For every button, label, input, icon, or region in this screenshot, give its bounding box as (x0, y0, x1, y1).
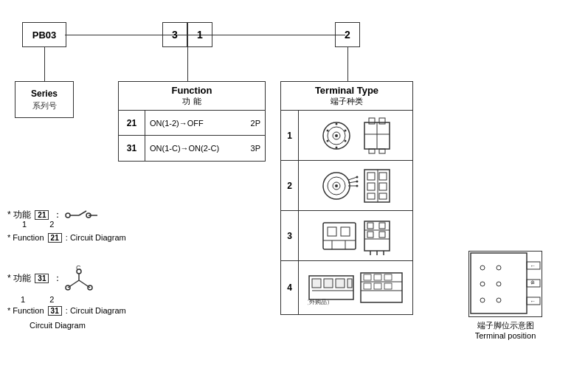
svg-text:C: C (76, 266, 81, 271)
model-code-label: PB03 (32, 30, 57, 41)
terminal-2-right-icon (363, 167, 391, 205)
svg-rect-63 (364, 283, 371, 289)
svg-rect-11 (369, 118, 375, 124)
svg-rect-41 (364, 221, 390, 251)
terminal-row-1: 1 (281, 111, 412, 161)
terminal-position-label-cn: 端子脚位示意图 (450, 320, 561, 331)
svg-point-24 (356, 176, 359, 178)
svg-text:←: ← (530, 263, 536, 269)
terminal-position-box: ← ← ← ⊕ (468, 251, 542, 317)
svg-rect-54 (336, 279, 345, 288)
terminal-position-label-en: Terminal position (450, 331, 561, 340)
badge-21-en: 21 (48, 233, 62, 243)
svg-point-80 (480, 266, 485, 270)
svg-rect-55 (347, 279, 352, 288)
function-row-21: 21 ON(1-2)→OFF 2P (119, 111, 265, 136)
terminal-type-box: Terminal Type 端子种类 1 (280, 81, 413, 315)
terminal-3-left-icon (320, 217, 359, 255)
svg-point-85 (497, 298, 501, 302)
svg-text:（外购品）: （外购品） (308, 299, 333, 305)
vert-line-31 (187, 47, 188, 81)
box-2-label: 2 (345, 29, 350, 41)
svg-rect-33 (379, 183, 387, 190)
svg-rect-34 (379, 193, 387, 199)
terminal-position-svg: ← ← ← ⊕ (469, 252, 543, 318)
svg-point-26 (356, 184, 359, 187)
svg-rect-12 (379, 118, 385, 124)
terminal-num-2: 2 (281, 161, 299, 210)
svg-point-4 (336, 122, 338, 125)
terminal-4-icon: （外购品） (308, 270, 404, 305)
svg-point-6 (345, 139, 347, 142)
terminal-img-1 (299, 111, 412, 160)
box-3: 3 (162, 22, 187, 47)
svg-rect-61 (374, 274, 381, 280)
svg-rect-52 (312, 279, 321, 288)
function-code-21: 21 (119, 111, 145, 135)
terminal-img-4: （外购品） (299, 261, 412, 314)
svg-point-8 (327, 139, 329, 142)
terminal-position-diagram: ← ← ← ⊕ 端子脚位示意图 Terminal position (450, 251, 561, 340)
svg-point-9 (327, 129, 329, 131)
svg-rect-62 (384, 274, 392, 280)
pb03-box: PB03 (22, 22, 66, 47)
terminal-subtitle: 端子种类 (281, 96, 412, 107)
circuit-diagram-label: Circuit Diagram (30, 321, 86, 330)
annotation-func31-en: * Function 31 : Circuit Diagram (7, 306, 126, 316)
circuit-31-num: 1 2 (12, 295, 54, 304)
terminal-img-3 (299, 211, 412, 260)
vert-line-2 (347, 47, 348, 81)
circuit-31-icon: C (64, 266, 116, 292)
terminal-3-right-icon (363, 217, 391, 255)
svg-rect-79 (471, 253, 527, 313)
svg-rect-29 (367, 183, 375, 190)
svg-point-3 (335, 134, 338, 137)
terminal-row-4: 4 (281, 261, 412, 314)
svg-rect-27 (364, 170, 390, 202)
series-box: Series 系列号 (15, 81, 74, 118)
series-title: Series (31, 89, 58, 99)
svg-rect-64 (374, 283, 381, 289)
svg-rect-44 (367, 223, 373, 229)
vert-line-pb03 (44, 47, 45, 81)
svg-rect-30 (367, 193, 375, 199)
svg-point-81 (480, 282, 485, 286)
svg-point-84 (497, 282, 501, 286)
svg-rect-37 (341, 227, 350, 236)
circuit-21-icon (64, 208, 108, 223)
function-desc-31: ON(1-C)→ON(2-C) 3P (145, 144, 265, 153)
function-desc-21: ON(1-2)→OFF 2P (145, 119, 265, 128)
terminal-row-2: 2 (281, 161, 412, 211)
box-3-label: 3 (172, 29, 178, 41)
svg-point-67 (66, 213, 70, 218)
main-container: PB03 3 1 2 Series 系列号 Function 功 能 21 ON… (0, 0, 588, 371)
svg-line-21 (348, 177, 357, 180)
badge-21-cn: 21 (35, 210, 49, 220)
function-header: Function 功 能 (119, 82, 265, 111)
function-box: Function 功 能 21 ON(1-2)→OFF 2P 31 ON(1-C… (118, 81, 266, 162)
svg-line-69 (79, 211, 86, 215)
badge-31-en: 31 (48, 306, 62, 316)
function-row-31: 31 ON(1-C)→ON(2-C) 3P (119, 136, 265, 161)
terminal-img-2 (299, 161, 412, 210)
terminal-2-left-icon (320, 167, 359, 205)
svg-rect-13 (369, 149, 375, 153)
circuit-21-num: 1 2 (12, 220, 54, 229)
svg-rect-45 (379, 223, 385, 229)
svg-point-82 (480, 298, 485, 302)
box-1: 1 (187, 22, 212, 47)
svg-text:⊕: ⊕ (530, 280, 535, 285)
svg-text:←: ← (530, 298, 536, 305)
svg-rect-32 (379, 173, 387, 180)
svg-rect-14 (379, 149, 385, 153)
svg-rect-47 (379, 232, 385, 237)
terminal-num-1: 1 (281, 111, 299, 160)
svg-rect-28 (367, 173, 375, 180)
svg-rect-46 (367, 232, 373, 237)
terminal-header: Terminal Type 端子种类 (281, 82, 412, 111)
badge-31-cn: 31 (35, 274, 49, 283)
function-code-31: 31 (119, 136, 145, 161)
terminal-row-3: 3 (281, 211, 412, 261)
svg-rect-60 (364, 274, 371, 280)
svg-rect-65 (384, 283, 392, 289)
